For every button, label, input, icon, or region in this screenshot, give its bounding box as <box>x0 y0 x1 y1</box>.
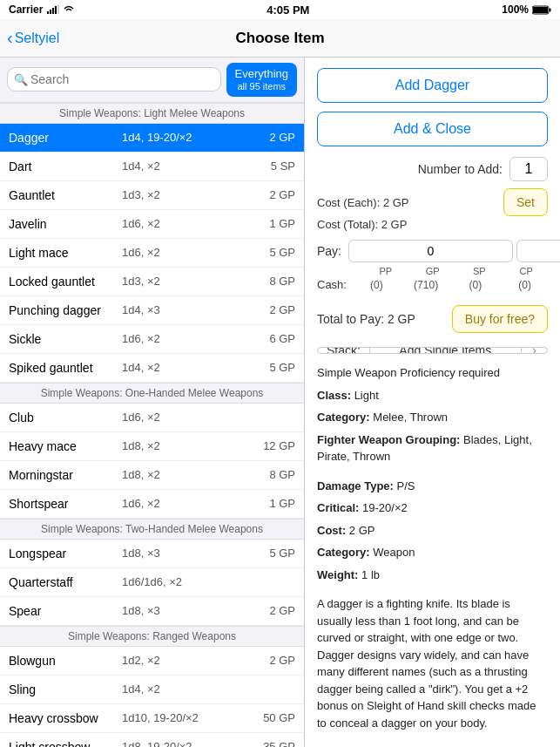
status-right: 100% <box>502 3 551 16</box>
status-bar: Carrier 4:05 PM 100% <box>0 0 560 19</box>
stack-chevron-icon: › <box>522 347 547 354</box>
desc-plain: Simple Weapon Proficiency required <box>317 364 548 382</box>
list-item[interactable]: Quarterstaff1d6/1d6, ×2 <box>0 568 304 597</box>
pay-label: Pay: <box>317 244 341 258</box>
item-name: Club <box>9 411 122 424</box>
list-item[interactable]: Javelin1d6, ×21 GP <box>0 210 304 239</box>
back-button[interactable]: ‹ Seltyiel <box>7 30 59 46</box>
list-item[interactable]: Shortspear1d6, ×21 GP <box>0 490 304 519</box>
list-item[interactable]: Dart1d4, ×25 SP <box>0 153 304 181</box>
search-bar: 🔍 Everything all 95 items <box>0 58 304 103</box>
item-cost: 5 GP <box>269 246 295 259</box>
everything-button[interactable]: Everything all 95 items <box>226 63 297 97</box>
pay-gp-input[interactable] <box>516 240 560 262</box>
list-item[interactable]: Sling1d4, ×2 <box>0 676 304 704</box>
list-item[interactable]: Locked gauntlet1d3, ×28 GP <box>0 268 304 296</box>
currency-sp-label: SP <box>458 266 502 276</box>
item-damage: 1d8, ×3 <box>122 547 269 560</box>
left-panel: 🔍 Everything all 95 items Simple Weapons… <box>0 58 305 747</box>
svg-rect-7 <box>549 8 550 11</box>
list-item[interactable]: Light mace1d6, ×25 GP <box>0 239 304 268</box>
svg-rect-4 <box>57 5 59 14</box>
desc-label: Critical: <box>317 501 359 514</box>
total-label: Total to Pay: 2 GP <box>317 312 415 326</box>
buy-free-button[interactable]: Buy for free? <box>452 305 548 333</box>
cash-row: Cash: (0) (710) (0) (0) <box>317 278 548 291</box>
desc-label: Fighter Weapon Grouping: <box>317 433 460 446</box>
item-damage: 1d6/1d6, ×2 <box>122 575 295 588</box>
item-name: Longspear <box>9 547 122 560</box>
item-list: Simple Weapons: Light Melee WeaponsDagge… <box>0 103 304 747</box>
add-dagger-button[interactable]: Add Dagger <box>317 68 548 103</box>
list-item[interactable]: Longspear1d8, ×35 GP <box>0 540 304 568</box>
item-name: Quarterstaff <box>9 575 122 589</box>
list-item[interactable]: Light crossbow1d8, 19-20/×235 GP <box>0 733 304 747</box>
list-item[interactable]: Morningstar1d8, ×28 GP <box>0 461 304 490</box>
item-name: Sling <box>9 682 122 696</box>
search-input[interactable] <box>7 67 221 92</box>
list-item[interactable]: Spiked gauntlet1d4, ×25 GP <box>0 354 304 383</box>
desc-bold-line: Class: Light <box>317 387 548 404</box>
item-name: Spiked gauntlet <box>9 361 122 375</box>
item-damage: 1d6, ×2 <box>122 411 295 424</box>
item-cost: 8 GP <box>269 275 295 288</box>
back-label: Seltyiel <box>15 31 60 46</box>
list-item[interactable]: Blowgun1d2, ×22 GP <box>0 647 304 676</box>
cost-each-label: Cost (Each): 2 GP <box>317 196 496 209</box>
list-item[interactable]: Gauntlet1d3, ×22 GP <box>0 181 304 210</box>
stack-row[interactable]: Stack: Add Single Items › <box>317 347 548 354</box>
add-close-button[interactable]: Add & Close <box>317 112 548 146</box>
item-damage: 1d4, ×2 <box>122 682 295 696</box>
item-name: Javelin <box>9 217 122 231</box>
currency-labels: PP GP SP CP <box>317 266 548 276</box>
list-item[interactable]: Dagger1d4, 19-20/×22 GP <box>0 124 304 153</box>
item-damage: 1d8, ×2 <box>122 468 269 481</box>
svg-rect-6 <box>533 7 548 13</box>
right-panel: Add Dagger Add & Close Number to Add: 1 … <box>305 58 560 747</box>
item-name: Spear <box>9 604 122 618</box>
item-cost: 5 GP <box>269 361 295 374</box>
desc-label: Category: <box>317 411 370 424</box>
item-cost: 5 SP <box>271 160 295 173</box>
list-item[interactable]: Heavy mace1d8, ×212 GP <box>0 432 304 461</box>
item-name: Heavy crossbow <box>9 711 122 725</box>
item-cost: 2 GP <box>269 303 295 316</box>
list-item[interactable]: Sickle1d6, ×26 GP <box>0 325 304 354</box>
item-damage: 1d6, ×2 <box>122 332 269 345</box>
search-icon: 🔍 <box>14 73 28 86</box>
total-row: Total to Pay: 2 GP Buy for free? <box>317 305 548 333</box>
desc-bold-line: Weight: 1 lb <box>317 567 548 584</box>
currency-cp-label: CP <box>504 266 548 276</box>
list-item[interactable]: Spear1d8, ×32 GP <box>0 597 304 626</box>
currency-gp-label: GP <box>411 266 455 276</box>
svg-rect-2 <box>52 8 54 14</box>
desc-label: Category: <box>317 546 370 559</box>
list-item[interactable]: Heavy crossbow1d10, 19-20/×250 GP <box>0 704 304 733</box>
item-name: Blowgun <box>9 654 122 668</box>
item-name: Heavy mace <box>9 439 122 453</box>
page-title: Choose Item <box>235 30 324 47</box>
item-damage: 1d8, ×2 <box>122 439 263 452</box>
svg-rect-1 <box>50 10 51 14</box>
list-item[interactable]: Club1d6, ×2 <box>0 404 304 432</box>
item-damage: 1d3, ×2 <box>122 188 269 201</box>
item-cost: 1 GP <box>269 497 295 510</box>
item-cost: 5 GP <box>269 547 295 560</box>
pay-pp-input[interactable] <box>348 240 513 262</box>
cost-total-label: Cost (Total): 2 GP <box>317 218 548 231</box>
item-cost: 2 GP <box>269 604 295 617</box>
pay-inputs <box>348 240 560 262</box>
number-box[interactable]: 1 <box>509 157 548 181</box>
stack-value: Add Single Items <box>369 347 522 354</box>
item-damage: 1d10, 19-20/×2 <box>122 711 263 724</box>
desc-bold-line: Fighter Weapon Grouping: Blades, Light, … <box>317 431 548 465</box>
list-item[interactable]: Punching dagger1d4, ×32 GP <box>0 296 304 325</box>
wifi-icon <box>64 5 74 14</box>
item-name: Punching dagger <box>9 303 122 317</box>
item-damage: 1d4, 19-20/×2 <box>122 131 269 144</box>
cash-cp: (0) <box>502 279 548 291</box>
desc-bold-line: Category: Weapon <box>317 544 548 561</box>
set-button[interactable]: Set <box>503 188 548 216</box>
item-name: Dart <box>9 160 122 173</box>
desc-label: Class: <box>317 389 351 402</box>
